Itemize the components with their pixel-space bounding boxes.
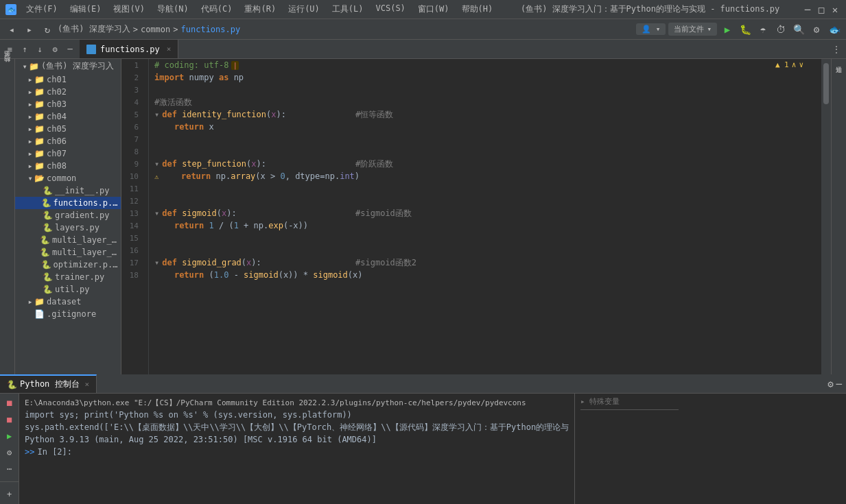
ch07-label: ch07 [47,149,67,158]
current-file-button[interactable]: 当前文件 ▾ [668,23,717,36]
code-line-7[interactable] [154,133,816,145]
tree-ch08[interactable]: ▸ 📁 ch08 [15,160,121,172]
code-line-8[interactable] [154,145,816,158]
breadcrumb-file[interactable]: functions.py [181,25,241,34]
menu-run[interactable]: 运行(U) [283,2,325,16]
console-tab-close[interactable]: × [85,380,90,389]
restart-button[interactable]: ⏹ [3,396,16,410]
back-button[interactable]: ◂ [4,22,19,37]
tree-functions-py[interactable]: 🐍 functions.p... [15,197,121,209]
term-cmd-text: E:\Anaconda3\python.exe "E:/【CS】/PyCharm… [25,398,526,408]
tree-multi2-py[interactable]: 🐍 multi_layer_... [15,246,121,259]
code-line-13[interactable]: ▾ def sigmoid ( x ): #sigmoid函数 [154,207,816,219]
settings-button[interactable]: ⚙ [809,22,824,37]
code-line-6[interactable]: return x [154,121,816,133]
run-cell-button[interactable]: ▶ [3,429,16,443]
forward-button[interactable]: ▸ [22,22,37,37]
tree-ch02[interactable]: ▸ 📁 ch02 [15,86,121,98]
tree-ch01[interactable]: ▸ 📁 ch01 [15,73,121,86]
plugin-button[interactable]: 🐟 [827,22,842,37]
more-term-button[interactable]: ⋯ [3,462,16,476]
settings-panel-button[interactable]: ⚙ [827,379,833,389]
breadcrumb-root[interactable]: (鱼书) 深度学习入 [58,23,130,35]
code-line-12[interactable] [154,195,816,207]
settings-term-button[interactable]: ⚙ [3,446,16,459]
tab-action-3[interactable]: ↓ [33,43,47,56]
tree-root[interactable]: ▾ 📁 (鱼书) 深度学习入 [15,59,121,73]
editor-scrollbar[interactable] [821,59,831,374]
menu-tools[interactable]: 工具(L) [327,2,369,16]
minimize-panel-button[interactable]: ─ [836,379,842,389]
menu-refactor[interactable]: 重构(R) [239,2,281,16]
tab-action-5[interactable]: ─ [63,43,77,56]
tab-close-button[interactable]: × [167,45,172,53]
tab-action-1[interactable]: ≡ [3,43,16,56]
tree-gitignore[interactable]: 📄 .gitignore [15,308,121,320]
add-term-button[interactable]: + [3,488,16,501]
tree-ch03[interactable]: ▸ 📁 ch03 [15,98,121,110]
code-editor[interactable]: 1 2 3 4 5 6 7 8 9 10 11 12 13 14 15 16 1… [121,59,831,374]
bp-tab-spacer [97,374,823,393]
menu-nav[interactable]: 导航(N) [152,2,194,16]
breadcrumb-common[interactable]: common [141,25,170,34]
maximize-button[interactable]: □ [816,4,827,15]
menu-vcs[interactable]: VCS(S) [371,2,411,16]
code-line-4[interactable]: #激活函数 [154,96,816,108]
close-button[interactable]: ✕ [830,4,841,15]
multi2-py-icon: 🐍 [40,248,49,257]
code-line-15[interactable] [154,232,816,244]
stop-button[interactable]: ■ [3,413,16,427]
debug-button[interactable]: 🐛 [738,22,753,37]
tree-gradient-py[interactable]: 🐍 gradient.py [15,209,121,221]
tab-functions-py[interactable]: functions.py × [80,40,178,58]
tree-util-py[interactable]: 🐍 util.py [15,283,121,296]
warning-badge[interactable]: ▲ 1 ∧ ∨ [775,60,803,69]
code-line-17[interactable]: ▾ def sigmoid_grad ( x ): #sigmoid函数2 [154,256,816,269]
more-tabs-button[interactable]: ⋮ [827,40,846,58]
tree-ch04[interactable]: ▸ 📁 ch04 [15,110,121,123]
chevron-vars[interactable]: ▸ [580,397,585,406]
refresh-button[interactable]: ↻ [40,22,55,37]
code-line-9[interactable]: ▾ def step_function ( x ): #阶跃函数 [154,158,816,170]
code-line-2[interactable]: import numpy as np [154,71,816,84]
tree-dataset[interactable]: ▸ 📁 dataset [15,296,121,308]
cparen-13: ): [226,208,355,218]
tab-action-2[interactable]: ↑ [18,43,32,56]
profile-button[interactable]: 👤 ▾ [636,23,666,35]
tab-action-4[interactable]: ⚙ [48,43,62,56]
code-line-3[interactable] [154,84,816,96]
menu-view[interactable]: 视图(V) [108,2,150,16]
code-lines[interactable]: # coding: utf-8 | import numpy as np #激活… [149,59,821,374]
tree-optimizer-py[interactable]: 🐍 optimizer.p... [15,259,121,271]
search-everywhere-button[interactable]: 🔍 [791,22,806,37]
tree-common[interactable]: ▾ 📂 common [15,172,121,184]
run-button[interactable]: ▶ [720,22,735,37]
code-line-10[interactable]: ⚠ return np. array (x > 0 , dtype=np. in… [154,170,816,182]
minimize-button[interactable]: ─ [802,4,813,15]
code-line-16[interactable] [154,244,816,256]
code-line-18[interactable]: return ( 1.0 - sigmoid (x)) * sigmoid (x… [154,269,816,281]
console-tab[interactable]: 🐍 Python 控制台 × [0,374,97,393]
code-line-5[interactable]: ▾ def identity_function ( x ): #恒等函数 [154,108,816,121]
menu-file[interactable]: 文件(F) [21,2,63,16]
terminal-text[interactable]: E:\Anaconda3\python.exe "E:/【CS】/PyCharm… [19,394,574,504]
tree-ch05[interactable]: ▸ 📁 ch05 [15,123,121,135]
code-line-11[interactable] [154,182,816,195]
tree-multi1-py[interactable]: 🐍 multi_layer_... [15,234,121,246]
tree-ch06[interactable]: ▸ 📁 ch06 [15,135,121,147]
tree-ch07[interactable]: ▸ 📁 ch07 [15,147,121,160]
menu-window[interactable]: 窗口(W) [412,2,455,16]
code-line-14[interactable]: return 1 / ( 1 + np. exp (-x)) [154,219,816,232]
tree-layers-py[interactable]: 🐍 layers.py [15,221,121,234]
scrollbar-thumb[interactable] [823,63,829,104]
menu-help[interactable]: 帮助(H) [456,2,499,16]
tree-init-py[interactable]: 🐍 __init__.py [15,184,121,197]
menu-code[interactable]: 代码(C) [196,2,238,16]
code-line-1[interactable]: # coding: utf-8 | [154,59,816,71]
tree-trainer-py[interactable]: 🐍 trainer.py [15,271,121,283]
warning-up-arrow[interactable]: ∧ [792,60,797,69]
coverage-button[interactable]: ☂ [755,22,771,37]
profile-run-button[interactable]: ⏱ [773,22,788,37]
warning-down-arrow[interactable]: ∨ [799,60,803,69]
menu-edit[interactable]: 编辑(E) [64,2,107,16]
